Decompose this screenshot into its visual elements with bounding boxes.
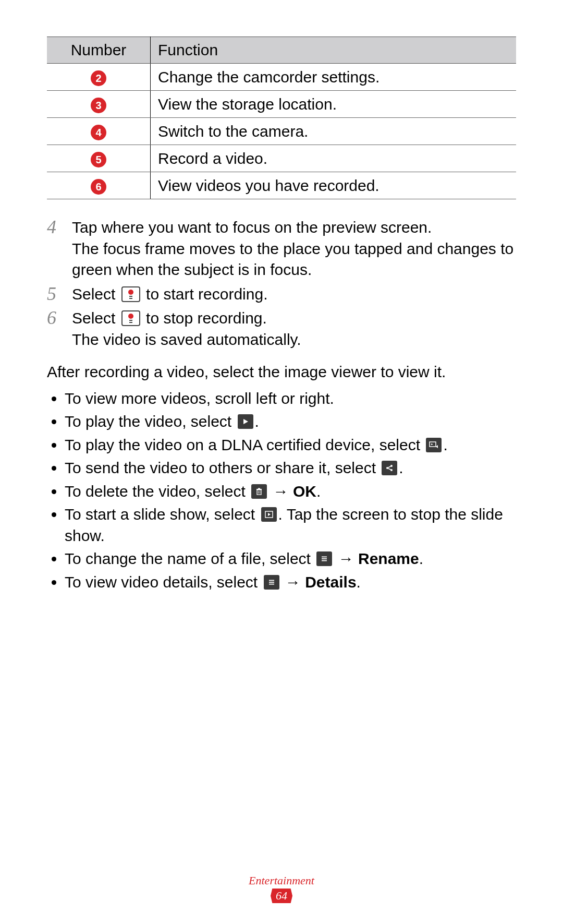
svg-rect-1 — [129, 296, 132, 297]
row-number-cell: 4 — [47, 118, 151, 145]
b8-post: . — [357, 573, 361, 591]
b5-bold: OK — [293, 483, 316, 500]
delete-icon — [251, 484, 267, 499]
share-icon — [382, 461, 397, 475]
b3-pre: To play the video on a DLNA certified de… — [65, 436, 424, 453]
svg-line-12 — [388, 466, 391, 467]
step-number: 6 — [47, 308, 64, 350]
slideshow-icon — [261, 507, 277, 522]
svg-rect-22 — [322, 558, 327, 559]
play-icon — [238, 414, 253, 429]
menu-icon — [316, 551, 332, 566]
bullet-item: To send the video to others or share it,… — [65, 458, 516, 479]
number-badge-5: 5 — [91, 152, 106, 167]
step5-pre: Select — [72, 285, 120, 303]
svg-rect-14 — [257, 490, 261, 495]
svg-rect-18 — [258, 488, 260, 489]
table-row: 4 Switch to the camera. — [47, 118, 516, 145]
function-table: Number Function 2 Change the camcorder s… — [47, 37, 516, 199]
step-6: 6 Select to stop recording. The video is… — [47, 308, 516, 350]
bullet-item: To view more videos, scroll left or righ… — [65, 388, 516, 410]
row-function-cell: Record a video. — [151, 145, 517, 172]
record-icon — [121, 286, 140, 302]
b8-bold: Details — [305, 573, 356, 591]
step-body: Select to start recording. — [72, 284, 516, 305]
header-number: Number — [47, 37, 151, 64]
svg-point-3 — [128, 314, 133, 319]
step5-post: to start recording. — [142, 285, 268, 303]
step6-pre: Select — [72, 309, 120, 327]
step4-line2: The focus frame moves to the place you t… — [72, 240, 513, 279]
row-function-cell: Change the camcorder settings. — [151, 64, 517, 91]
number-badge-6: 6 — [91, 179, 106, 195]
svg-rect-23 — [322, 560, 327, 561]
bullet-item: To start a slide show, select . Tap the … — [65, 504, 516, 546]
footer-section: Entertainment — [0, 874, 563, 887]
row-function-cell: Switch to the camera. — [151, 118, 517, 145]
step-number: 5 — [47, 284, 64, 305]
b2-post: . — [255, 413, 259, 430]
b5-arrow: → — [268, 483, 293, 500]
bullet-item: To play the video on a DLNA certified de… — [65, 435, 516, 456]
bullet-item: To delete the video, select → OK. — [65, 481, 516, 502]
svg-marker-6 — [243, 419, 248, 424]
svg-rect-17 — [256, 489, 262, 490]
svg-line-13 — [388, 469, 391, 470]
step-body: Select to stop recording. The video is s… — [72, 308, 516, 350]
row-function-cell: View videos you have recorded. — [151, 172, 517, 199]
b6-pre: To start a slide show, select — [65, 506, 260, 523]
svg-marker-20 — [268, 513, 271, 516]
row-number-cell: 3 — [47, 91, 151, 118]
table-row: 2 Change the camcorder settings. — [47, 64, 516, 91]
number-badge-2: 2 — [91, 70, 106, 86]
after-paragraph: After recording a video, select the imag… — [47, 362, 516, 383]
svg-rect-25 — [269, 582, 274, 583]
b7-pre: To change the name of a file, select — [65, 550, 315, 567]
step6-line2: The video is saved automatically. — [72, 331, 301, 348]
b8-arrow: → — [281, 573, 305, 591]
b1: To view more videos, scroll left or righ… — [65, 390, 334, 407]
step6-post: to stop recording. — [142, 309, 267, 327]
table-row: 6 View videos you have recorded. — [47, 172, 516, 199]
row-number-cell: 2 — [47, 64, 151, 91]
table-row: 5 Record a video. — [47, 145, 516, 172]
page-number-badge: 64 — [271, 889, 292, 903]
row-function-cell: View the storage location. — [151, 91, 517, 118]
page-footer: Entertainment 64 — [0, 874, 563, 903]
header-function: Function — [151, 37, 517, 64]
step4-line1: Tap where you want to focus on the previ… — [72, 219, 432, 236]
bullet-item: To change the name of a file, select → R… — [65, 548, 516, 570]
b8-pre: To view video details, select — [65, 573, 262, 591]
b3-post: . — [443, 436, 447, 453]
svg-rect-5 — [129, 322, 132, 323]
bullet-list: To view more videos, scroll left or righ… — [47, 388, 516, 593]
b4-pre: To send the video to others or share it,… — [65, 459, 380, 476]
row-number-cell: 6 — [47, 172, 151, 199]
svg-rect-2 — [129, 298, 132, 299]
svg-rect-26 — [269, 583, 274, 584]
bullet-item: To play the video, select . — [65, 411, 516, 433]
manual-page: Number Function 2 Change the camcorder s… — [0, 0, 563, 924]
bullet-item: To view video details, select → Details. — [65, 572, 516, 593]
row-number-cell: 5 — [47, 145, 151, 172]
b4-post: . — [399, 459, 403, 476]
b5-post: . — [316, 483, 321, 500]
number-badge-3: 3 — [91, 98, 106, 113]
menu-icon — [264, 575, 279, 590]
svg-rect-24 — [269, 580, 274, 581]
svg-marker-8 — [431, 443, 433, 445]
b7-post: . — [419, 550, 423, 567]
dlna-icon — [426, 438, 442, 452]
step-body: Tap where you want to focus on the previ… — [72, 217, 516, 281]
table-header-row: Number Function — [47, 37, 516, 64]
stop-record-icon — [121, 310, 140, 326]
svg-rect-21 — [322, 557, 327, 558]
svg-rect-4 — [129, 320, 132, 321]
b5-pre: To delete the video, select — [65, 483, 250, 500]
step-4: 4 Tap where you want to focus on the pre… — [47, 217, 516, 281]
svg-point-0 — [128, 290, 133, 295]
step-number: 4 — [47, 217, 64, 281]
b7-bold: Rename — [358, 550, 419, 567]
step-5: 5 Select to start recording. — [47, 284, 516, 305]
b7-arrow: → — [334, 550, 358, 567]
